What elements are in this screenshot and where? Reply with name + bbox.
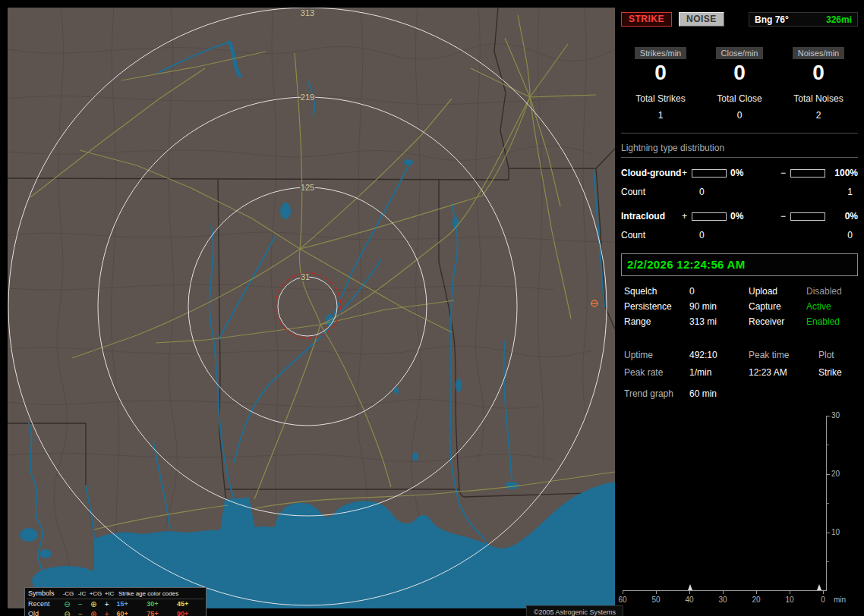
strikes-per-min-value: 0	[654, 61, 667, 84]
x-tick-label: 10	[782, 596, 797, 604]
age-code: 30+	[143, 599, 174, 609]
y-tick-label: 20	[831, 470, 840, 478]
age-code: 45+	[174, 599, 204, 609]
symbol-pos-ic-icon: +	[100, 599, 113, 609]
squelch-label: Squelch	[624, 287, 689, 297]
symbol-pos-cg-icon: ⊕	[87, 599, 100, 609]
y-tick-label: 30	[831, 411, 840, 420]
range-value: 313 mi	[689, 317, 749, 327]
sidebar: STRIKE NOISE Bng 76° 326mi Strikes/min 0…	[621, 8, 858, 608]
x-axis-unit: min	[834, 596, 846, 604]
intracloud-label: Intracloud	[621, 211, 682, 222]
bearing-display: Bng 76° 326mi	[749, 12, 858, 27]
map-canvas[interactable]: 313 219 125 31	[8, 8, 615, 608]
ic-positive-bar	[692, 212, 727, 221]
noise-toggle-button[interactable]: NOISE	[679, 12, 724, 27]
persistence-value: 90 min	[689, 302, 749, 312]
x-tick-label: 20	[749, 596, 764, 604]
ic-positive-pct: 0%	[730, 211, 753, 222]
legend-row-old: Old ⊖ − ⊕ + 60+ 75+ 90+	[27, 609, 204, 616]
total-close-label: Total Close	[717, 93, 762, 104]
x-tick-label: 30	[715, 596, 730, 604]
symbol-neg-ic-icon: −	[74, 609, 87, 616]
ic-negative-count: 0	[847, 230, 853, 240]
legend-header: Symbols -CG -IC +CG +IC Strike age color…	[27, 589, 204, 599]
uptime-value: 492:10	[689, 350, 749, 360]
ring-label-31: 31	[301, 272, 310, 281]
peak-rate-label: Peak rate	[624, 368, 689, 378]
count-label: Count	[621, 230, 699, 240]
settings-table: Squelch 0 Upload Disabled Persistence 90…	[621, 287, 858, 327]
clock-display: 2/2/2026 12:24:56 AM	[627, 258, 746, 271]
strikes-per-min-chip: Strikes/min	[635, 47, 686, 59]
legend-row-label: Old	[27, 609, 61, 616]
lightning-map[interactable]: 313 219 125 31 Symbols -CG -IC +CG +IC S…	[8, 8, 615, 608]
x-tick	[623, 591, 623, 594]
y-minor-tick	[827, 445, 829, 445]
uptime-label: Uptime	[624, 350, 689, 360]
cg-negative-pct: 100%	[829, 168, 858, 178]
y-tick	[827, 474, 830, 475]
y-tick	[827, 416, 830, 416]
legend-col-pic: +IC	[102, 589, 116, 599]
distribution-title: Lightning type distribution	[621, 143, 858, 158]
trend-spike	[817, 584, 821, 590]
cg-negative-bar	[790, 169, 825, 178]
plus-sign: +	[682, 211, 692, 222]
distribution-row-intracloud: Intracloud + 0% − 0%	[621, 211, 858, 222]
total-close-value: 0	[737, 110, 743, 121]
receiver-status: Enabled	[806, 317, 858, 327]
y-tick-label: 10	[831, 528, 840, 536]
x-tick-label: 50	[648, 596, 664, 604]
minus-sign: −	[780, 168, 790, 178]
close-per-min-value: 0	[733, 61, 746, 84]
strike-toggle-button[interactable]: STRIKE	[621, 12, 672, 27]
upload-status: Disabled	[806, 287, 858, 297]
ring-label-219: 219	[301, 93, 314, 102]
mode-toolbar: STRIKE NOISE Bng 76° 326mi	[621, 12, 858, 27]
peak-rate-value: 1/min	[689, 368, 749, 378]
cg-count-row: Count 0 1	[621, 187, 858, 197]
x-tick	[656, 591, 657, 594]
x-tick	[756, 591, 757, 594]
rate-col-close: Close/min 0 Total Close 0	[700, 47, 779, 121]
symbol-neg-ic-icon: −	[74, 599, 87, 609]
total-strikes-value: 1	[658, 110, 664, 121]
trend-plot	[623, 416, 827, 591]
symbol-pos-cg-icon: ⊕	[87, 609, 100, 616]
close-per-min-chip: Close/min	[716, 47, 764, 59]
receiver-label: Receiver	[749, 317, 806, 327]
x-tick	[723, 591, 724, 594]
symbol-neg-cg-icon: ⊖	[61, 609, 74, 616]
copyright-badge: ©2005 Astrogenic Systems	[526, 605, 623, 616]
trend-graph-label: Trend graph	[624, 389, 689, 399]
peak-time-value: 12:23 AM	[749, 368, 818, 378]
legend-symbols-title: Symbols	[27, 589, 61, 599]
ring-label-313: 313	[301, 8, 314, 17]
total-noises-value: 2	[816, 110, 821, 121]
legend-row-label: Recent	[27, 599, 61, 609]
x-tick-label: 0	[815, 596, 831, 604]
cg-negative-count: 1	[847, 187, 853, 197]
plot-label: Plot	[818, 350, 858, 360]
squelch-value: 0	[689, 287, 749, 297]
clock-box: 2/2/2026 12:24:56 AM	[621, 253, 858, 276]
plus-sign: +	[682, 168, 692, 178]
plot-value: Strike	[818, 368, 858, 378]
rate-col-noises: Noises/min 0 Total Noises 2	[779, 47, 858, 121]
age-code: 90+	[174, 609, 204, 616]
ic-negative-bar	[790, 212, 825, 221]
ic-count-row: Count 0 0	[621, 230, 858, 240]
rates-grid: Strikes/min 0 Total Strikes 1 Close/min …	[621, 47, 858, 121]
capture-label: Capture	[749, 302, 806, 312]
ic-negative-pct: 0%	[829, 211, 858, 222]
legend-age-title: Strike age color codes	[116, 589, 204, 599]
cg-positive-count: 0	[699, 187, 705, 197]
x-tick-label: 60	[615, 596, 630, 604]
persistence-label: Persistence	[624, 302, 689, 312]
info-block: 2/2/2026 12:24:56 AM Squelch 0 Upload Di…	[621, 253, 858, 327]
count-label: Count	[621, 187, 699, 197]
x-tick	[790, 591, 790, 594]
bearing-range: 326mi	[826, 14, 852, 25]
y-minor-tick	[827, 503, 829, 504]
